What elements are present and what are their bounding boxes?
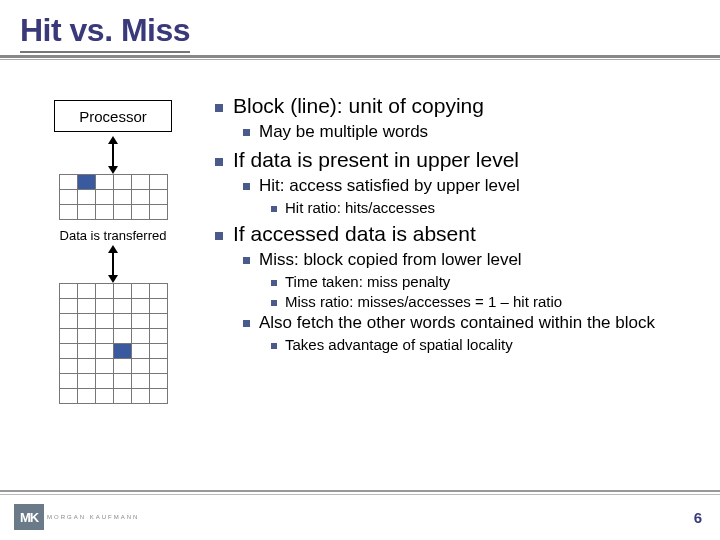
- title-rule-thin: [0, 59, 720, 60]
- bullet-text: Takes advantage of spatial locality: [285, 336, 513, 353]
- processor-box: Processor: [54, 100, 172, 132]
- page-number: 6: [694, 509, 702, 526]
- bullet-spatial-locality: Takes advantage of spatial locality: [271, 336, 708, 353]
- bullet-text: May be multiple words: [259, 122, 428, 141]
- slide-title: Hit vs. Miss: [20, 12, 190, 53]
- bullet-text: If accessed data is absent: [233, 222, 476, 245]
- bullet-icon: [215, 232, 223, 240]
- bullet-multiple-words: May be multiple words: [243, 122, 708, 142]
- footer-rule: [0, 490, 720, 492]
- bullet-text: Hit ratio: hits/accesses: [285, 199, 435, 216]
- bullet-text: Block (line): unit of copying: [233, 94, 484, 117]
- bullet-text: Miss: block copied from lower level: [259, 250, 522, 269]
- bullet-text: Hit: access satisfied by upper level: [259, 176, 520, 195]
- bullet-data-absent: If accessed data is absent: [215, 222, 708, 246]
- logo-text: MORGAN KAUFMANN: [47, 514, 139, 520]
- bullet-icon: [243, 320, 250, 327]
- arrow-up-down-bottom: [28, 251, 198, 283]
- bullet-miss-penalty: Time taken: miss penalty: [271, 273, 708, 290]
- lower-level-memory: [59, 283, 168, 404]
- logo-badge: MK: [14, 504, 44, 530]
- bullet-text: Miss ratio: misses/accesses = 1 – hit ra…: [285, 293, 562, 310]
- bullet-hit-ratio: Hit ratio: hits/accesses: [271, 199, 708, 216]
- bullet-hit: Hit: access satisfied by upper level: [243, 176, 708, 196]
- footer-rule-thin: [0, 494, 720, 495]
- bullet-fetch-block: Also fetch the other words contained wit…: [243, 313, 708, 333]
- bullet-icon: [271, 343, 277, 349]
- bullet-text: Also fetch the other words contained wit…: [259, 313, 655, 332]
- arrow-up-down-top: [28, 142, 198, 174]
- title-rule: [0, 55, 720, 58]
- bullet-icon: [271, 300, 277, 306]
- transfer-caption: Data is transferred: [28, 228, 198, 243]
- bullet-block-line: Block (line): unit of copying: [215, 94, 708, 118]
- bullet-icon: [243, 129, 250, 136]
- bullet-icon: [215, 104, 223, 112]
- bullet-icon: [243, 257, 250, 264]
- bullet-icon: [243, 183, 250, 190]
- memory-hierarchy-diagram: Processor Data is transferred: [28, 100, 198, 412]
- slide-title-bar: Hit vs. Miss: [20, 12, 720, 53]
- bullet-miss-ratio: Miss ratio: misses/accesses = 1 – hit ra…: [271, 293, 708, 310]
- bullet-text: If data is present in upper level: [233, 148, 519, 171]
- slide-body: Block (line): unit of copying May be mul…: [215, 88, 708, 356]
- bullet-text: Time taken: miss penalty: [285, 273, 450, 290]
- bullet-icon: [271, 280, 277, 286]
- bullet-icon: [215, 158, 223, 166]
- bullet-data-present: If data is present in upper level: [215, 148, 708, 172]
- bullet-miss: Miss: block copied from lower level: [243, 250, 708, 270]
- upper-level-cache: [59, 174, 168, 220]
- bullet-icon: [271, 206, 277, 212]
- publisher-logo: MK MORGAN KAUFMANN: [14, 504, 139, 530]
